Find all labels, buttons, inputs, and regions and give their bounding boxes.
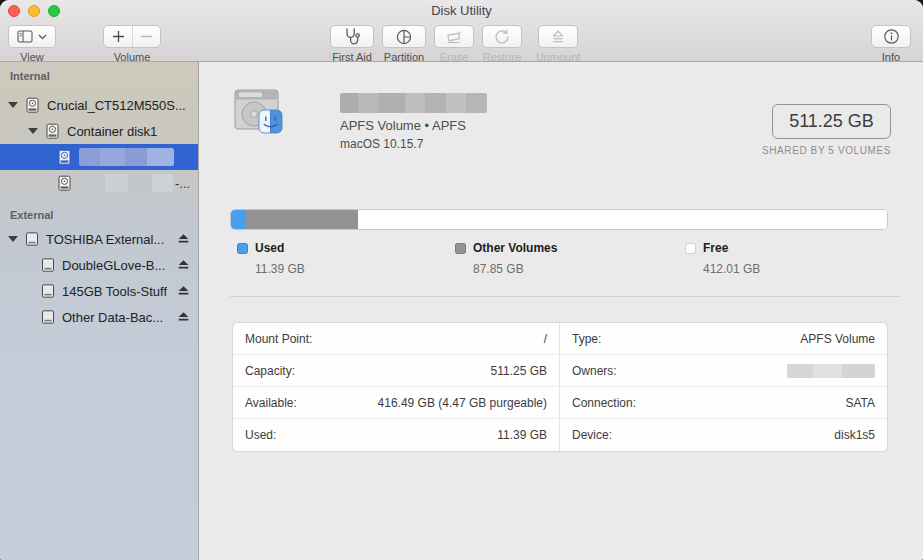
sidebar-item-doubleglove[interactable]: DoubleGLove-B... (0, 252, 198, 278)
legend-free-value: 412.01 GB (703, 262, 760, 276)
volume-type-subtitle: APFS Volume • APFS (340, 118, 466, 133)
disclosure-triangle-icon[interactable] (28, 128, 38, 134)
sidebar-item-crucial-disk[interactable]: Crucial_CT512M550S... (0, 92, 198, 118)
table-row-mount-point: Mount Point: / (233, 323, 560, 355)
volume-details-table: Mount Point: / Type: APFS Volume Capacit… (232, 322, 888, 452)
first-aid-label: First Aid (332, 51, 372, 63)
mount-point-label: Mount Point: (245, 332, 312, 346)
first-aid-button-group: First Aid (326, 25, 378, 63)
eject-button[interactable] (177, 285, 190, 297)
first-aid-button[interactable] (330, 25, 374, 48)
external-disk-icon (24, 231, 40, 247)
volume-segmented-control (103, 25, 161, 48)
connection-label: Connection: (572, 396, 636, 410)
unmount-eject-icon (550, 29, 566, 45)
capacity-value: 511.25 GB (491, 364, 547, 378)
shared-by-volumes-label: SHARED BY 5 VOLUMES (762, 145, 891, 156)
owners-label: Owners: (572, 364, 617, 378)
sidebar-item-145gb-tools-stuff[interactable]: 145GB Tools-Stuff (0, 278, 198, 304)
eject-button[interactable] (177, 259, 190, 271)
info-label: Info (882, 51, 900, 63)
restore-label: Restore (483, 51, 522, 63)
table-row-capacity: Capacity: 511.25 GB (233, 355, 560, 387)
sidebar-item-selected-volume[interactable] (0, 144, 198, 170)
sidebar-item-label: DoubleGLove-B... (62, 258, 165, 273)
legend-other-volumes-value: 87.85 GB (473, 262, 557, 276)
sidebar-item-toshiba-external[interactable]: TOSHIBA External... (0, 226, 198, 252)
unmount-label: Unmount (536, 51, 581, 63)
plus-icon (112, 30, 125, 43)
device-label: Device: (572, 428, 612, 442)
device-value: disk1s5 (834, 428, 875, 442)
capacity-badge: 511.25 GB (772, 104, 891, 139)
minus-icon (140, 30, 153, 43)
internal-disk-icon (56, 175, 73, 192)
owners-redacted-value (787, 364, 875, 378)
legend-used-label: Used (255, 241, 284, 255)
legend-used-value: 11.39 GB (255, 262, 305, 276)
sidebar-item-other-data-backup[interactable]: Other Data-Bac... (0, 304, 198, 330)
sidebar-view-icon (17, 30, 33, 43)
eject-button[interactable] (177, 233, 190, 245)
disk-utility-window: Disk Utility View (0, 0, 923, 560)
sidebar-item-label: 145GB Tools-Stuff (62, 284, 167, 299)
restore-button[interactable] (482, 25, 522, 48)
eraser-icon (444, 29, 464, 45)
remove-volume-button[interactable] (132, 26, 160, 47)
used-value: 11.39 GB (497, 428, 547, 442)
external-disk-icon (40, 283, 56, 299)
os-version: macOS 10.15.7 (340, 137, 423, 151)
type-value: APFS Volume (800, 332, 875, 346)
volume-button-group: Volume (103, 25, 161, 63)
other-volumes-segment (246, 210, 359, 229)
internal-disk-icon (44, 123, 61, 140)
partition-button[interactable] (382, 25, 426, 48)
info-button-group: Info (871, 25, 911, 63)
legend-free-label: Free (703, 241, 728, 255)
used-swatch-icon (237, 243, 248, 254)
partition-label: Partition (384, 51, 424, 63)
legend-other-volumes-label: Other Volumes (473, 241, 557, 255)
section-divider (230, 296, 900, 297)
add-volume-button[interactable] (104, 26, 132, 47)
sidebar-item-label: Container disk1 (67, 124, 157, 139)
view-button[interactable] (8, 25, 56, 48)
internal-disk-icon (24, 97, 41, 114)
storage-usage-bar (230, 209, 888, 230)
chevron-down-icon (38, 34, 47, 40)
sidebar-item-label: Other Data-Bac... (62, 310, 163, 325)
table-row-device: Device: disk1s5 (560, 419, 887, 451)
available-value: 416.49 GB (4.47 GB purgeable) (378, 396, 547, 410)
other-volumes-swatch-icon (455, 243, 466, 254)
sidebar-item-volume-2[interactable]: -... (0, 170, 198, 196)
disclosure-triangle-icon[interactable] (8, 102, 18, 108)
disclosure-triangle-icon[interactable] (8, 236, 18, 242)
info-button[interactable] (871, 25, 911, 48)
legend-used: Used 11.39 GB (237, 241, 305, 276)
type-label: Type: (572, 332, 601, 346)
table-row-owners: Owners: (560, 355, 887, 387)
free-segment (358, 210, 887, 229)
redacted-volume-name (79, 148, 174, 166)
redacted-volume-name (79, 174, 173, 192)
info-icon (883, 28, 900, 45)
used-label: Used: (245, 428, 276, 442)
free-swatch-icon (685, 243, 696, 254)
erase-button-group: Erase (430, 25, 478, 63)
volume-drive-icon (233, 86, 287, 140)
sidebar-item-container-disk1[interactable]: Container disk1 (0, 118, 198, 144)
redacted-volume-title (340, 93, 487, 113)
table-row-used: Used: 11.39 GB (233, 419, 560, 451)
connection-value: SATA (845, 396, 875, 410)
eject-button[interactable] (177, 311, 190, 323)
sidebar: Internal Crucial_CT512M550S... Container… (0, 62, 199, 560)
sidebar-item-label-suffix: -... (175, 176, 190, 191)
table-row-connection: Connection: SATA (560, 387, 887, 419)
restore-arrow-icon (493, 28, 511, 46)
partition-pie-icon (395, 28, 413, 46)
eject-icon (177, 311, 190, 323)
erase-button[interactable] (434, 25, 474, 48)
table-row-available: Available: 416.49 GB (4.47 GB purgeable) (233, 387, 560, 419)
mount-point-value: / (544, 332, 547, 346)
unmount-button[interactable] (538, 25, 578, 48)
